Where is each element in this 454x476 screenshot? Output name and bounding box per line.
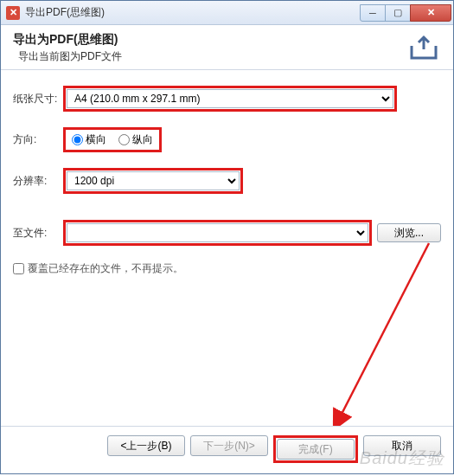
next-button: 下一步(N)> [190,435,268,456]
back-button[interactable]: <上一步(B) [107,435,185,456]
highlight-paper: A4 (210.0 mm x 297.1 mm) [63,86,397,112]
dpi-label: 分辨率: [13,174,63,189]
highlight-finish: 完成(F) [273,435,358,463]
cancel-button[interactable]: 取消 [363,435,441,456]
file-row: 至文件: 浏览... [13,220,441,246]
dpi-select[interactable]: 1200 dpi [67,171,240,190]
orientation-vertical-label: 纵向 [132,132,153,147]
window-title: 导出PDF(思维图) [25,5,361,20]
dialog-window: ✕ 导出PDF(思维图) ─ ▢ ✕ 导出为PDF(思维图) 导出当前图为PDF… [0,0,454,474]
orientation-vertical-radio[interactable] [118,134,130,145]
dialog-content: 纸张尺寸: A4 (210.0 mm x 297.1 mm) 方向: 横向 纵向 [1,70,453,276]
paper-size-label: 纸张尺寸: [13,92,63,106]
dpi-row: 分辨率: 1200 dpi [13,168,441,194]
highlight-dpi: 1200 dpi [63,168,243,194]
paper-size-select[interactable]: A4 (210.0 mm x 297.1 mm) [67,89,393,108]
maximize-button[interactable]: ▢ [385,4,411,22]
close-button[interactable]: ✕ [410,4,451,22]
overwrite-row[interactable]: 覆盖已经存在的文件，不再提示。 [13,261,441,276]
window-controls: ─ ▢ ✕ [361,4,451,22]
orientation-label: 方向: [13,132,63,147]
highlight-orientation: 横向 纵向 [63,127,162,152]
highlight-file [63,220,372,246]
orientation-horizontal-radio[interactable] [72,134,83,145]
app-icon: ✕ [6,6,20,20]
titlebar: ✕ 导出PDF(思维图) ─ ▢ ✕ [1,1,453,25]
overwrite-checkbox[interactable] [13,263,24,274]
paper-size-row: 纸张尺寸: A4 (210.0 mm x 297.1 mm) [13,86,441,112]
minimize-button[interactable]: ─ [360,4,386,22]
file-label: 至文件: [13,226,63,241]
finish-button: 完成(F) [277,439,355,460]
browse-button[interactable]: 浏览... [377,223,441,242]
dialog-header: 导出为PDF(思维图) 导出当前图为PDF文件 [1,25,453,70]
overwrite-label: 覆盖已经存在的文件，不再提示。 [28,261,183,276]
orientation-horizontal[interactable]: 横向 [72,132,106,147]
page-title: 导出为PDF(思维图) [13,32,406,48]
export-icon [406,34,441,61]
orientation-row: 方向: 横向 纵向 [13,127,441,152]
page-subtitle: 导出当前图为PDF文件 [13,49,406,64]
dialog-footer: <上一步(B) 下一步(N)> 完成(F) 取消 [1,426,453,473]
orientation-horizontal-label: 横向 [86,132,106,147]
orientation-vertical[interactable]: 纵向 [118,132,153,147]
file-path-input[interactable] [67,223,368,242]
